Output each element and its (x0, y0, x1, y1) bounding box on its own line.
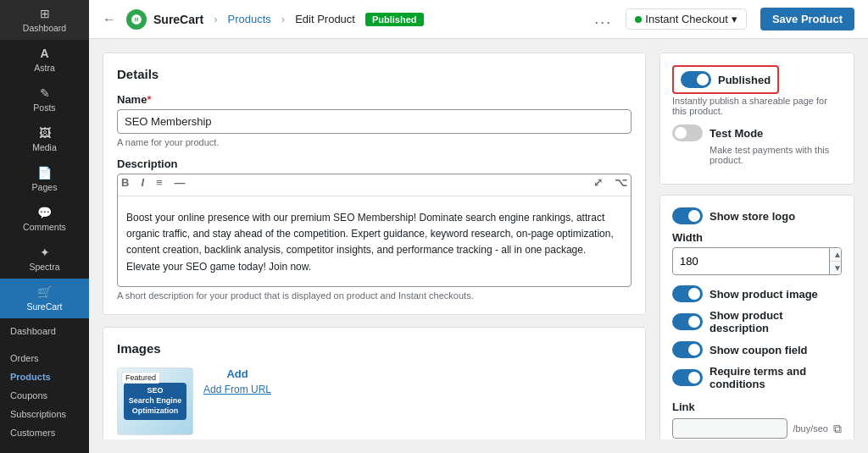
sidebar-item-spectra[interactable]: ✦ Spectra (0, 239, 89, 279)
sidebar-item-subscriptions[interactable]: Subscriptions (0, 405, 89, 423)
sidebar-item-pages[interactable]: 📄 Pages (0, 159, 89, 199)
sidebar-item-dashboard-link[interactable]: Dashboard (0, 322, 89, 340)
sidebar-label-surecart: SureCart (26, 301, 62, 312)
checkout-status-dot (635, 16, 642, 23)
desc-hint: A short description for your product tha… (117, 290, 632, 301)
show-product-image-toggle[interactable] (672, 285, 703, 302)
more-options-button[interactable]: ... (594, 10, 612, 28)
show-store-logo-label: Show store logo (709, 210, 795, 223)
add-from-url-button[interactable]: Add From URL (203, 384, 271, 395)
show-product-desc-toggle[interactable] (672, 313, 703, 330)
topbar: ← SureCart › Products › Edit Product Pub… (89, 0, 868, 39)
name-hint: A name for your product. (117, 137, 632, 147)
sidebar-item-products[interactable]: Products (0, 367, 89, 386)
breadcrumb-products[interactable]: Products (227, 13, 270, 25)
details-title: Details (117, 67, 632, 81)
surecart-icon: 🛒 (37, 285, 52, 299)
sidebar-label-pages: Pages (32, 182, 58, 192)
show-options-section: Show product image Show product descript… (672, 285, 842, 390)
show-product-desc-row: Show product description (672, 309, 842, 334)
sidebar-item-orders[interactable]: Orders (0, 349, 89, 367)
save-product-button[interactable]: Save Product (760, 8, 854, 30)
sidebar-item-posts[interactable]: ✎ Posts (0, 80, 89, 119)
bold-button[interactable]: B (118, 174, 132, 191)
width-field: Width ▲ ▼ (672, 231, 842, 275)
width-increment-button[interactable]: ▲ (830, 248, 842, 262)
back-button[interactable]: ← (103, 12, 116, 27)
sidebar-item-customers[interactable]: Customers (0, 423, 89, 442)
sidebar-label-media: Media (32, 142, 57, 152)
sidebar-item-astra[interactable]: A Astra (0, 40, 89, 80)
sidebar-item-dashboard[interactable]: ⊞ Dashboard (0, 0, 89, 40)
dashboard-icon: ⊞ (40, 7, 50, 20)
link-prefix-input[interactable] (672, 418, 787, 439)
main-area: ← SureCart › Products › Edit Product Pub… (89, 0, 868, 453)
comments-icon: 💬 (37, 206, 52, 219)
featured-badge: Featured (121, 372, 160, 384)
sidebar-item-surecart[interactable]: 🛒 SureCart (0, 279, 89, 318)
width-input[interactable] (673, 251, 829, 272)
show-store-logo-row: Show store logo (672, 207, 842, 224)
sidebar-item-media[interactable]: 🖼 Media (0, 119, 89, 159)
desc-toolbar: B I ≡ — ⤢ ⌥ (118, 174, 631, 196)
show-coupon-row: Show coupon field (672, 341, 842, 358)
description-text[interactable]: Boost your online presence with our prem… (118, 202, 631, 286)
sidebar-item-coupons[interactable]: Coupons (0, 386, 89, 405)
sidebar-item-cart[interactable]: Cart (0, 449, 89, 453)
test-mode-hint: Make test payments with this product. (709, 145, 842, 165)
show-product-image-row: Show product image (672, 285, 842, 302)
show-coupon-toggle[interactable] (672, 341, 703, 358)
breadcrumb-edit: Edit Product (295, 13, 355, 25)
checkout-label: Instant Checkout (645, 13, 728, 25)
desc-label: Description (117, 157, 632, 170)
instant-checkout-button[interactable]: Instant Checkout ▾ (626, 8, 747, 30)
details-panel: Details Name* A name for your product. D… (103, 52, 646, 315)
copy-link-button[interactable]: ⧉ (833, 422, 842, 436)
require-terms-row: Require terms and conditions (672, 365, 842, 390)
product-image-thumb[interactable]: SEOSearch EngineOptimization Featured (117, 367, 193, 435)
width-label: Width (672, 231, 842, 244)
hr-button[interactable]: — (171, 174, 189, 191)
sidebar: ⊞ Dashboard A Astra ✎ Posts 🖼 Media 📄 Pa… (0, 0, 89, 453)
test-mode-row: Test Mode (672, 124, 842, 141)
published-label: Published (718, 74, 771, 86)
link-row: /buy/seo ⧉ (672, 418, 842, 439)
link-label: Link (672, 401, 842, 413)
breadcrumb-sep1: › (214, 13, 217, 25)
published-hint: Instantly publish a shareable page for t… (672, 96, 842, 116)
link-slug: /buy/seo (793, 423, 828, 434)
images-grid: SEOSearch EngineOptimization Featured Ad… (117, 367, 632, 435)
sidebar-label-comments: Comments (23, 222, 66, 232)
product-name-input[interactable] (117, 109, 632, 134)
expand-button[interactable]: ⤢ (590, 174, 606, 191)
require-terms-toggle[interactable] (672, 369, 703, 386)
name-required: * (147, 93, 151, 106)
images-title: Images (117, 341, 632, 356)
link-section: Link /buy/seo ⧉ View (672, 401, 842, 439)
sidebar-item-comments[interactable]: 💬 Comments (0, 199, 89, 239)
posts-icon: ✎ (40, 86, 50, 100)
pages-icon: 📄 (37, 166, 52, 180)
sidebar-label-astra: Astra (34, 63, 55, 73)
add-image-button[interactable]: Add (226, 367, 248, 380)
width-stepper: ▲ ▼ (829, 248, 842, 274)
checkout-settings-box: Show store logo Width ▲ ▼ (659, 195, 854, 439)
source-button[interactable]: ⌥ (611, 174, 631, 191)
published-toggle[interactable] (681, 71, 711, 88)
list-button[interactable]: ≡ (153, 174, 166, 191)
spectra-icon: ✦ (40, 246, 50, 259)
sidebar-label-dashboard: Dashboard (23, 23, 66, 33)
width-decrement-button[interactable]: ▼ (830, 262, 842, 274)
test-mode-label: Test Mode (709, 127, 763, 140)
sidebar-label-spectra: Spectra (29, 262, 59, 272)
content-area: Details Name* A name for your product. D… (89, 39, 868, 453)
astra-icon: A (40, 47, 48, 60)
status-box: Published Instantly publish a shareable … (659, 52, 854, 185)
show-product-desc-label: Show product description (709, 309, 842, 334)
show-store-logo-toggle[interactable] (672, 207, 703, 224)
italic-button[interactable]: I (137, 174, 147, 191)
media-icon: 🖼 (39, 126, 51, 140)
breadcrumb-sep2: › (281, 13, 285, 25)
test-mode-toggle[interactable] (672, 124, 703, 141)
left-panel: Details Name* A name for your product. D… (103, 52, 646, 439)
